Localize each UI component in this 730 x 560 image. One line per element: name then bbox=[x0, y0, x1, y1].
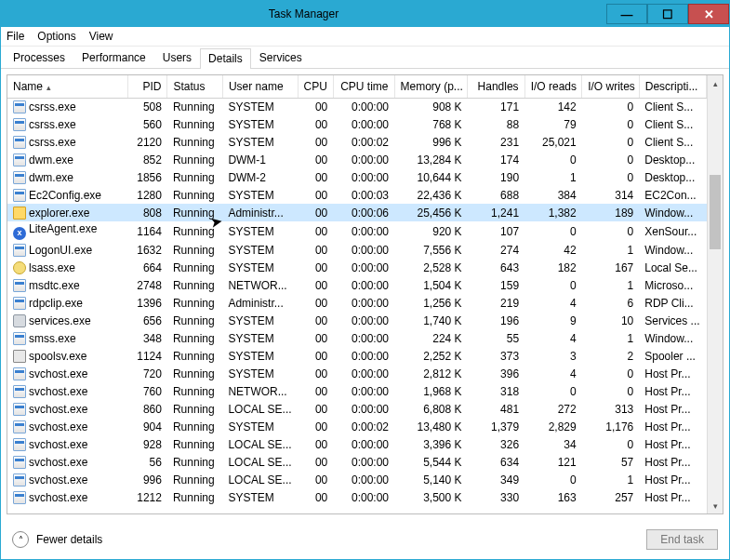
table-row[interactable]: explorer.exe808RunningAdministr...000:00… bbox=[7, 204, 707, 221]
cell-ioreads: 142 bbox=[524, 98, 582, 115]
cell-name: services.exe bbox=[7, 313, 127, 330]
cell-cpu: 00 bbox=[298, 436, 333, 454]
titlebar[interactable]: Task Manager — ☐ ✕ bbox=[1, 1, 729, 27]
cell-handles: 190 bbox=[468, 168, 525, 186]
table-row[interactable]: spoolsv.exe1124RunningSYSTEM000:00:002,2… bbox=[7, 348, 707, 366]
cell-ioreads: 121 bbox=[524, 454, 582, 472]
cell-handles: 1,379 bbox=[468, 419, 525, 436]
tab-users[interactable]: Users bbox=[154, 47, 200, 68]
table-row[interactable]: dwm.exe852RunningDWM-1000:00:0013,284 K1… bbox=[7, 151, 707, 168]
column-header-pid[interactable]: PID bbox=[127, 75, 166, 98]
app-icon bbox=[13, 473, 26, 487]
cell-mem: 1,504 K bbox=[394, 277, 468, 295]
cell-pid: 2748 bbox=[127, 277, 166, 295]
table-row[interactable]: dwm.exe1856RunningDWM-2000:00:0010,644 K… bbox=[7, 168, 707, 186]
table-row[interactable]: svchost.exe720RunningSYSTEM000:00:002,81… bbox=[7, 366, 707, 383]
cell-handles: 171 bbox=[468, 98, 525, 115]
tab-performance[interactable]: Performance bbox=[73, 47, 154, 68]
cell-mem: 3,500 K bbox=[394, 489, 468, 507]
cell-cpu: 00 bbox=[298, 330, 333, 348]
cell-iowrites: 0 bbox=[582, 115, 640, 133]
column-header-ioreads[interactable]: I/O reads bbox=[524, 75, 582, 98]
table-row[interactable]: csrss.exe508RunningSYSTEM000:00:00908 K1… bbox=[7, 98, 707, 115]
column-header-handles[interactable]: Handles bbox=[468, 75, 525, 98]
cell-cpu: 00 bbox=[298, 489, 333, 507]
column-header-cputime[interactable]: CPU time bbox=[333, 75, 394, 98]
close-button[interactable]: ✕ bbox=[688, 4, 729, 24]
vertical-scrollbar[interactable]: ▴ ▾ bbox=[707, 75, 723, 513]
minimize-button[interactable]: — bbox=[606, 4, 647, 24]
cell-status: Running bbox=[167, 366, 222, 383]
column-header-status[interactable]: Status bbox=[167, 75, 222, 98]
end-task-button[interactable]: End task bbox=[646, 529, 718, 550]
cell-user: LOCAL SE... bbox=[222, 436, 298, 454]
table-row[interactable]: svchost.exe996RunningLOCAL SE...000:00:0… bbox=[7, 472, 707, 489]
table-row[interactable]: rdpclip.exe1396RunningAdministr...000:00… bbox=[7, 295, 707, 313]
cell-user: DWM-2 bbox=[222, 168, 298, 186]
column-header-name[interactable]: Name▴ bbox=[7, 75, 127, 98]
table-row[interactable]: xLiteAgent.exe1164RunningSYSTEM000:00:00… bbox=[7, 221, 707, 242]
table-row[interactable]: svchost.exe928RunningLOCAL SE...000:00:0… bbox=[7, 436, 707, 454]
cell-cpu: 00 bbox=[298, 151, 333, 168]
cell-user: Administr... bbox=[222, 204, 298, 221]
cell-handles: 231 bbox=[468, 133, 525, 151]
process-table[interactable]: Name▴PIDStatusUser nameCPUCPU timeMemory… bbox=[7, 75, 707, 507]
table-row[interactable]: svchost.exe56RunningLOCAL SE...000:00:00… bbox=[7, 454, 707, 472]
scroll-track[interactable] bbox=[708, 91, 723, 498]
table-row[interactable]: services.exe656RunningSYSTEM000:00:001,7… bbox=[7, 313, 707, 330]
cell-pid: 56 bbox=[127, 454, 166, 472]
table-row[interactable]: LogonUI.exe1632RunningSYSTEM000:00:007,5… bbox=[7, 242, 707, 260]
tab-details[interactable]: Details bbox=[200, 48, 251, 69]
column-header-user[interactable]: User name bbox=[222, 75, 298, 98]
cell-pid: 1124 bbox=[127, 348, 166, 366]
cell-cputime: 0:00:00 bbox=[333, 242, 394, 260]
cell-user: LOCAL SE... bbox=[222, 472, 298, 489]
cell-user: SYSTEM bbox=[222, 242, 298, 260]
cell-user: SYSTEM bbox=[222, 260, 298, 277]
table-row[interactable]: csrss.exe2120RunningSYSTEM000:00:02996 K… bbox=[7, 133, 707, 151]
app-icon bbox=[13, 100, 26, 113]
cell-user: SYSTEM bbox=[222, 186, 298, 204]
tab-processes[interactable]: Processes bbox=[5, 47, 73, 68]
tab-services[interactable]: Services bbox=[251, 47, 311, 68]
table-row[interactable]: svchost.exe1212RunningSYSTEM000:00:003,5… bbox=[7, 489, 707, 507]
table-row[interactable]: msdtc.exe2748RunningNETWOR...000:00:001,… bbox=[7, 277, 707, 295]
cell-name: svchost.exe bbox=[7, 401, 127, 419]
cell-desc: Spooler ... bbox=[639, 348, 706, 366]
column-header-mem[interactable]: Memory (p... bbox=[394, 75, 468, 98]
scroll-down-button[interactable]: ▾ bbox=[708, 498, 723, 513]
cell-iowrites: 1 bbox=[582, 472, 640, 489]
app-icon bbox=[13, 297, 26, 310]
cell-desc: Client S... bbox=[639, 115, 706, 133]
cell-cputime: 0:00:00 bbox=[333, 401, 394, 419]
task-manager-window: Task Manager — ☐ ✕ File Options View Pro… bbox=[0, 0, 730, 560]
cell-cputime: 0:00:00 bbox=[333, 98, 394, 115]
fewer-details-label: Fewer details bbox=[36, 533, 102, 546]
table-row[interactable]: Ec2Config.exe1280RunningSYSTEM000:00:032… bbox=[7, 186, 707, 204]
table-row[interactable]: svchost.exe904RunningSYSTEM000:00:0213,4… bbox=[7, 419, 707, 436]
column-header-desc[interactable]: Descripti... bbox=[639, 75, 706, 98]
menu-file[interactable]: File bbox=[7, 30, 24, 43]
maximize-button[interactable]: ☐ bbox=[647, 4, 688, 24]
app-icon bbox=[13, 367, 26, 380]
cell-ioreads: 384 bbox=[524, 186, 582, 204]
scroll-up-button[interactable]: ▴ bbox=[708, 75, 723, 91]
table-row[interactable]: smss.exe348RunningSYSTEM000:00:00224 K55… bbox=[7, 330, 707, 348]
cell-pid: 760 bbox=[127, 383, 166, 401]
cell-pid: 928 bbox=[127, 436, 166, 454]
table-row[interactable]: lsass.exe664RunningSYSTEM000:00:002,528 … bbox=[7, 260, 707, 277]
scroll-thumb[interactable] bbox=[710, 175, 721, 249]
fewer-details-button[interactable]: ˄ Fewer details bbox=[12, 531, 102, 548]
cell-pid: 2120 bbox=[127, 133, 166, 151]
cell-mem: 3,396 K bbox=[394, 436, 468, 454]
cell-mem: 5,140 K bbox=[394, 472, 468, 489]
menu-options[interactable]: Options bbox=[37, 30, 75, 43]
cell-name: svchost.exe bbox=[7, 419, 127, 436]
table-row[interactable]: svchost.exe860RunningLOCAL SE...000:00:0… bbox=[7, 401, 707, 419]
table-row[interactable]: csrss.exe560RunningSYSTEM000:00:00768 K8… bbox=[7, 115, 707, 133]
table-row[interactable]: svchost.exe760RunningNETWOR...000:00:001… bbox=[7, 383, 707, 401]
menu-view[interactable]: View bbox=[89, 30, 113, 43]
column-header-cpu[interactable]: CPU bbox=[298, 75, 333, 98]
column-header-iowrites[interactable]: I/O writes bbox=[582, 75, 640, 98]
cell-name: spoolsv.exe bbox=[7, 348, 127, 366]
